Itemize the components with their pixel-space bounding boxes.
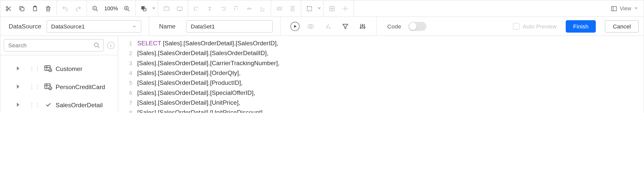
copy-icon[interactable]	[16, 3, 28, 14]
svg-rect-13	[307, 6, 312, 11]
align-top-icon	[230, 3, 242, 14]
search-icon	[94, 42, 100, 49]
align-center-h-icon	[204, 3, 216, 14]
cancel-button[interactable]: Cancel	[605, 20, 639, 32]
align-middle-v-icon	[244, 3, 255, 14]
distribute-h-icon	[274, 3, 285, 14]
cut-icon[interactable]	[3, 3, 14, 14]
delete-icon[interactable]	[43, 3, 54, 14]
chevron-down-icon	[634, 7, 638, 9]
svg-rect-11	[279, 7, 280, 10]
chevron-down-icon[interactable]	[152, 7, 155, 9]
distribute-v-icon	[287, 3, 298, 14]
filter-icon[interactable]	[339, 20, 351, 32]
datasource-label: DataSource	[1, 23, 42, 30]
svg-point-22	[94, 43, 98, 47]
search-input[interactable]	[7, 42, 93, 49]
undo-icon[interactable]	[59, 3, 71, 14]
drag-handle-icon[interactable]: ⋮⋮	[29, 102, 41, 108]
table-item[interactable]: ⋮⋮ Customer	[1, 59, 118, 78]
zoom-in-icon[interactable]	[121, 3, 133, 14]
zoom-out-icon[interactable]	[89, 3, 101, 14]
zoom-level[interactable]: 100%	[103, 5, 120, 12]
align-bottom-icon	[257, 3, 268, 14]
table-icon	[44, 83, 52, 90]
svg-point-21	[364, 27, 365, 28]
drag-handle-icon[interactable]: ⋮⋮	[29, 65, 41, 72]
svg-rect-10	[177, 7, 182, 10]
view-menu[interactable]: View	[607, 1, 643, 17]
help-icon[interactable]: i	[107, 42, 114, 49]
auto-preview-option: Auto Preview	[513, 23, 556, 29]
select-area-icon[interactable]	[304, 3, 315, 14]
drag-handle-icon[interactable]: ⋮⋮	[29, 84, 41, 90]
svg-rect-16	[612, 6, 617, 11]
view-label: View	[620, 5, 631, 12]
align-left-icon	[191, 3, 203, 14]
line-gutter: 1234567891011	[118, 36, 135, 113]
main-toolbar: 100%	[1, 1, 644, 17]
chevron-right-icon	[17, 85, 19, 89]
bring-front-icon[interactable]	[138, 3, 150, 14]
finish-button[interactable]: Finish	[566, 20, 596, 32]
dataset-config-bar: DataSource DataSource1 Name Code	[1, 17, 644, 36]
group-icon	[161, 3, 172, 14]
svg-rect-12	[291, 8, 294, 9]
svg-rect-2	[21, 7, 24, 11]
datasource-value: DataSource1	[51, 23, 85, 29]
auto-preview-checkbox[interactable]	[513, 23, 519, 29]
chevron-right-icon	[17, 103, 19, 107]
sql-editor[interactable]: 1234567891011 SELECT [Sales].[SalesOrder…	[118, 36, 643, 113]
sliders-icon[interactable]	[356, 20, 369, 32]
redo-icon[interactable]	[72, 3, 84, 14]
table-label: Customer	[56, 65, 83, 72]
code-toggle[interactable]	[409, 22, 427, 31]
sql-code[interactable]: SELECT [Sales].[SalesOrderDetail].[Sales…	[135, 36, 644, 113]
table-icon	[44, 65, 52, 72]
code-toggle-label: Code	[387, 23, 401, 29]
table-item[interactable]: ⋮⋮ PersonCreditCard	[1, 78, 118, 96]
svg-point-19	[360, 27, 361, 28]
chevron-down-icon[interactable]	[318, 7, 321, 9]
snap-grid-icon	[327, 3, 338, 14]
chevron-right-icon	[17, 66, 19, 70]
tables-tree: ⋮⋮ Customer ⋮⋮ PersonCreditCard ⋮⋮ Sales…	[1, 55, 118, 113]
table-label: PersonCreditCard	[56, 83, 105, 90]
chevron-down-icon	[132, 24, 137, 29]
auto-preview-label: Auto Preview	[523, 23, 557, 29]
table-label: SalesOrderDetail	[56, 101, 103, 108]
check-icon	[44, 101, 52, 108]
venn-icon	[304, 20, 317, 32]
name-label: Name	[156, 23, 181, 30]
fx-icon	[322, 20, 334, 32]
table-item[interactable]: ⋮⋮ SalesOrderDetail	[1, 96, 118, 113]
datasource-select[interactable]: DataSource1	[47, 20, 141, 32]
dataset-name-input[interactable]	[186, 20, 273, 32]
snap-guides-icon	[340, 3, 351, 14]
ungroup-icon	[174, 3, 186, 14]
tables-sidebar: i ⋮⋮ Customer ⋮⋮ PersonCreditCard ⋮⋮ Sal…	[1, 36, 118, 113]
search-input-wrapper[interactable]	[4, 39, 104, 52]
svg-point-15	[345, 8, 346, 9]
svg-rect-9	[164, 7, 169, 10]
run-query-icon[interactable]	[291, 22, 300, 31]
align-right-icon	[217, 3, 229, 14]
svg-point-20	[362, 25, 363, 26]
paste-icon[interactable]	[29, 3, 41, 14]
